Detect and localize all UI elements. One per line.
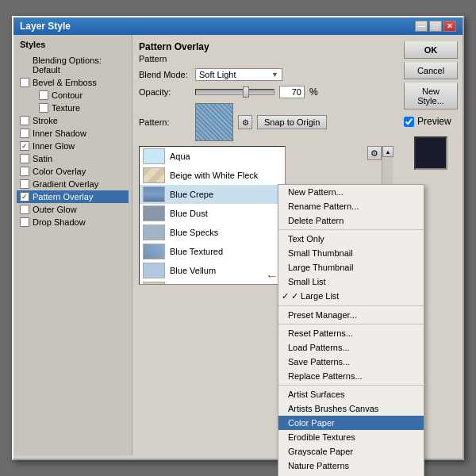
sidebar-item-gradient-overlay[interactable]: Gradient Overlay (17, 178, 129, 190)
drop-shadow-checkbox[interactable] (20, 217, 29, 227)
sidebar-item-texture[interactable]: Texture (17, 102, 129, 114)
inner-glow-label: Inner Glow (33, 141, 75, 151)
context-menu-item[interactable]: Delete Pattern (278, 213, 424, 228)
context-menu-item[interactable]: Grayscale Paper (278, 444, 424, 459)
context-menu-item[interactable]: Erodible Textures (278, 430, 424, 444)
pattern-preview[interactable] (195, 103, 233, 141)
inner-glow-checkbox[interactable] (20, 141, 29, 151)
context-menu-item[interactable]: Preset Manager... (278, 308, 424, 322)
sidebar-item-bevel[interactable]: Bevel & Emboss (17, 76, 129, 89)
pattern-list-container: AquaBeige with White FleckBlue CrepeBlue… (139, 146, 393, 285)
context-menu-item[interactable]: Patterns 2 (278, 473, 424, 476)
pattern-list-item[interactable]: Blue Vellum (140, 261, 285, 280)
opacity-slider[interactable] (195, 89, 274, 95)
menu-separator (278, 324, 424, 324)
outer-glow-checkbox[interactable] (20, 205, 29, 214)
titlebar: Layer Style — □ ✕ (13, 17, 463, 35)
context-menu-item[interactable]: Load Patterns... (278, 340, 424, 355)
pattern-list-item[interactable]: Blue Crepe (140, 185, 285, 204)
ok-button[interactable]: OK (404, 41, 458, 59)
blend-mode-value: Soft Light (199, 70, 236, 79)
color-overlay-checkbox[interactable] (20, 167, 29, 176)
inner-shadow-label: Inner Shadow (33, 129, 86, 138)
sidebar-item-blending[interactable]: Blending Options: Default (17, 54, 129, 76)
pattern-overlay-checkbox[interactable] (20, 192, 29, 202)
gear-icon[interactable]: ⚙ (367, 146, 382, 160)
preview-row: Preview (404, 116, 458, 127)
sidebar-item-contour[interactable]: Contour (17, 89, 129, 102)
pattern-row: Pattern: ⚙ Snap to Origin (139, 103, 393, 141)
sidebar-item-color-overlay[interactable]: Color Overlay (17, 165, 129, 178)
context-menu-item[interactable]: Small List (278, 274, 424, 289)
preview-label: Preview (417, 116, 451, 127)
sidebar-item-drop-shadow[interactable]: Drop Shadow (17, 216, 129, 228)
context-menu-item[interactable]: New Pattern... (278, 185, 424, 199)
context-menu-item[interactable]: Rename Pattern... (278, 199, 424, 213)
context-menu-item[interactable]: Small Thumbnail (278, 246, 424, 260)
sidebar-item-stroke[interactable]: Stroke (17, 114, 129, 127)
context-menu-item[interactable]: Nature Patterns (278, 459, 424, 473)
dialog-title: Layer Style (20, 21, 71, 32)
pattern-thumb (143, 244, 165, 259)
sidebar-item-outer-glow[interactable]: Outer Glow (17, 203, 129, 216)
stroke-checkbox[interactable] (20, 116, 29, 125)
section-title: Pattern Overlay (139, 41, 393, 52)
opacity-input[interactable] (279, 86, 305, 98)
maximize-button[interactable]: □ (429, 21, 442, 32)
context-menu-item[interactable]: ✓ Large List (278, 289, 424, 304)
pattern-list-item[interactable]: Beige with White Fleck (140, 166, 285, 185)
cancel-button[interactable]: Cancel (404, 62, 458, 79)
context-menu-item[interactable]: Save Patterns... (278, 355, 424, 369)
minimize-button[interactable]: — (415, 21, 428, 32)
context-menu-item[interactable]: Color Paper (278, 416, 424, 430)
context-menu-item[interactable]: Replace Patterns... (278, 369, 424, 383)
close-button[interactable]: ✕ (443, 21, 456, 32)
pattern-thumb (143, 282, 165, 285)
context-menu-item[interactable]: Text Only (278, 232, 424, 246)
sidebar-item-inner-glow[interactable]: Inner Glow (17, 140, 129, 152)
pattern-overlay-label: Pattern Overlay (33, 192, 93, 202)
blend-mode-select[interactable]: Soft Light ▼ (195, 68, 282, 81)
pattern-list-item[interactable]: Blue Specks (140, 223, 285, 242)
pattern-list-item[interactable]: Aqua (140, 147, 285, 166)
opacity-row: Opacity: % (139, 86, 393, 98)
opacity-thumb[interactable] (243, 86, 249, 98)
satin-checkbox[interactable] (20, 154, 29, 163)
new-style-button[interactable]: New Style... (404, 83, 458, 109)
satin-label: Satin (33, 154, 52, 163)
pattern-options-icon[interactable]: ⚙ (238, 115, 252, 129)
context-menu-item[interactable]: Large Thumbnail (278, 260, 424, 274)
menu-separator (278, 385, 424, 386)
opacity-label: Opacity: (139, 87, 190, 97)
context-menu-item[interactable]: Artist Surfaces (278, 387, 424, 401)
context-menu-item[interactable]: Reset Patterns... (278, 326, 424, 340)
preview-box (414, 136, 447, 170)
context-menu-item[interactable]: Artists Brushes Canvas (278, 401, 424, 416)
inner-shadow-checkbox[interactable] (20, 129, 29, 138)
pattern-name: Blue Textured (170, 247, 223, 256)
sidebar-item-pattern-overlay[interactable]: Pattern Overlay (17, 190, 129, 203)
layer-style-dialog: Layer Style — □ ✕ Styles Blending Option… (12, 16, 464, 460)
pattern-thumb (143, 186, 165, 202)
sidebar-item-satin[interactable]: Satin (17, 152, 129, 165)
texture-checkbox[interactable] (39, 103, 48, 113)
pattern-list[interactable]: AquaBeige with White FleckBlue CrepeBlue… (139, 146, 286, 285)
snap-to-origin-button[interactable]: Snap to Origin (257, 115, 327, 129)
pattern-list-item[interactable]: Buff Textured (140, 280, 285, 285)
titlebar-buttons: — □ ✕ (415, 21, 456, 32)
scroll-up-arrow[interactable]: ▲ (382, 146, 393, 157)
blending-label: Blending Options: Default (33, 56, 125, 75)
pattern-name: Blue Vellum (170, 266, 216, 275)
sidebar-item-inner-shadow[interactable]: Inner Shadow (17, 127, 129, 140)
dialog-body: Styles Blending Options: Default Bevel &… (13, 35, 463, 455)
contour-checkbox[interactable] (39, 90, 48, 100)
pattern-name: Blue Crepe (170, 190, 213, 199)
sidebar: Styles Blending Options: Default Bevel &… (13, 35, 132, 455)
gradient-overlay-label: Gradient Overlay (33, 179, 98, 189)
gradient-overlay-checkbox[interactable] (20, 179, 29, 189)
opacity-unit: % (309, 86, 318, 98)
pattern-list-item[interactable]: Blue Textured (140, 242, 285, 261)
preview-checkbox[interactable] (404, 117, 414, 127)
bevel-checkbox[interactable] (20, 78, 29, 87)
pattern-list-item[interactable]: Blue Dust (140, 204, 285, 223)
